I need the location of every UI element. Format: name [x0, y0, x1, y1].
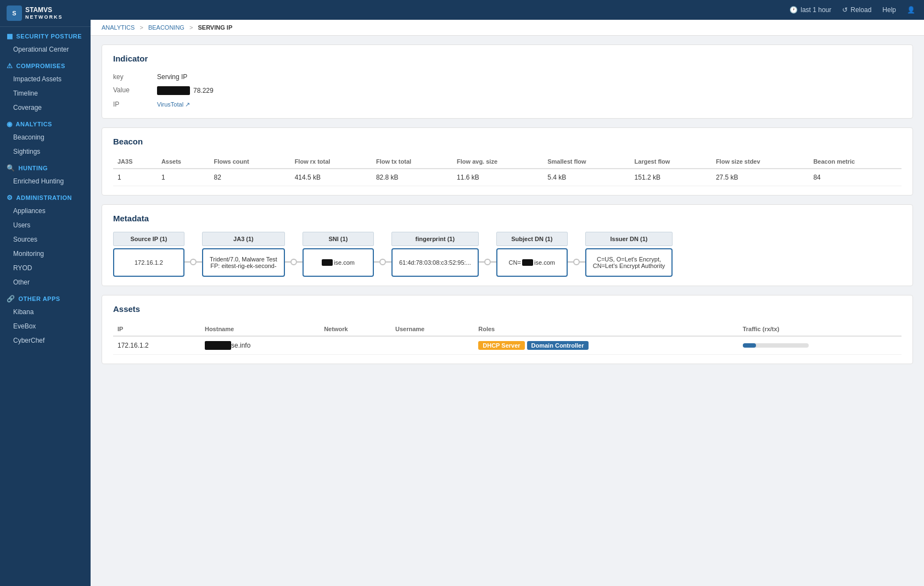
topbar: 🕐 last 1 hour ↺ Reload Help 👤	[91, 0, 924, 20]
sidebar-item-other[interactable]: Other	[0, 275, 91, 289]
section-icon: ⚠	[7, 62, 13, 70]
connector-line	[386, 261, 391, 263]
section-icon: ⚙	[7, 194, 13, 202]
metadata-title: Metadata	[113, 214, 901, 223]
sidebar-section-analytics: ◉ANALYTICS	[0, 115, 91, 130]
meta-header: Subject DN (1)	[496, 232, 568, 246]
beacon-title: Beacon	[113, 137, 901, 146]
meta-node-3: fingerprint (1)61:4d:78:03:08:c3:52:95:.…	[391, 232, 479, 277]
sidebar-item-monitoring[interactable]: Monitoring	[0, 247, 91, 261]
asset-ip[interactable]: 172.16.1.2	[113, 336, 200, 355]
main-content: ANALYTICS > BEACONING > SERVING IP Indic…	[91, 20, 924, 586]
col-roles: Roles	[474, 322, 738, 336]
section-title: OTHER APPS	[19, 295, 60, 302]
traffic-fill	[743, 343, 756, 348]
sidebar-item-sources[interactable]: Sources	[0, 232, 91, 247]
table-cell: 414.5 kB	[290, 169, 372, 186]
meta-header: Source IP (1)	[113, 232, 184, 246]
ind-ip-label: IP	[113, 99, 157, 109]
sidebar-item-sightings[interactable]: Sightings	[0, 144, 91, 159]
time-filter[interactable]: 🕐 last 1 hour	[789, 6, 831, 14]
section-title: ADMINISTRATION	[16, 194, 72, 201]
meta-node-1: JA3 (1)Trident/7.0, Malware Test FP: eit…	[202, 232, 285, 277]
section-icon: ▦	[7, 32, 13, 40]
col-hostname: Hostname	[200, 322, 320, 336]
meta-header: fingerprint (1)	[391, 232, 479, 246]
sidebar: S STAMVS NETWORKS ▦SECURITY POSTUREOpera…	[0, 0, 91, 586]
breadcrumb-current: SERVING IP	[198, 24, 232, 31]
meta-value: 172.16.1.2	[113, 248, 184, 277]
section-icon: 🔍	[7, 164, 15, 172]
sidebar-item-evebox[interactable]: EveBox	[0, 319, 91, 333]
col-assets: Assets	[157, 155, 210, 169]
asset-username	[391, 336, 474, 355]
sidebar-item-ryod[interactable]: RYOD	[0, 261, 91, 275]
beacon-card: Beacon JA3S Assets Flows count Flow rx t…	[102, 127, 913, 196]
sidebar-item-enriched-hunting[interactable]: Enriched Hunting	[0, 174, 91, 188]
table-cell: 82	[209, 169, 290, 186]
traffic-bar	[743, 343, 809, 348]
table-cell: 5.4 kB	[543, 169, 630, 186]
reload-button[interactable]: ↺ Reload	[842, 6, 871, 14]
breadcrumb-beaconing[interactable]: BEACONING	[148, 24, 184, 31]
sidebar-item-operational-center[interactable]: Operational Center	[0, 42, 91, 57]
ind-ip-value: VirusTotal ↗	[157, 99, 901, 109]
section-title: ANALYTICS	[16, 121, 52, 127]
sidebar-item-coverage[interactable]: Coverage	[0, 101, 91, 115]
connector-line	[374, 261, 379, 263]
virustotal-link[interactable]: VirusTotal ↗	[157, 101, 190, 108]
asset-network	[320, 336, 391, 355]
sidebar-item-appliances[interactable]: Appliances	[0, 204, 91, 218]
connector-line	[297, 261, 303, 263]
col-traffic: Traffic (rx/tx)	[738, 322, 901, 336]
asset-traffic	[738, 336, 901, 355]
section-icon: 🔗	[7, 295, 15, 303]
assets-card: Assets IP Hostname Network Username Role…	[102, 295, 913, 364]
table-cell: 27.5 kB	[712, 169, 809, 186]
asset-roles: DHCP ServerDomain Controller	[474, 336, 738, 355]
indicator-grid: key Serving IP Value 78.229 IP VirusTota…	[113, 72, 901, 109]
help-button[interactable]: Help	[882, 6, 896, 14]
sidebar-item-users[interactable]: Users	[0, 218, 91, 232]
col-ja3s: JA3S	[113, 155, 157, 169]
user-menu[interactable]: 👤	[907, 6, 915, 14]
col-ip: IP	[113, 322, 200, 336]
col-flow-rx: Flow rx total	[290, 155, 372, 169]
metadata-pipeline: Source IP (1)172.16.1.2 JA3 (1)Trident/7…	[113, 232, 901, 277]
connector-line	[285, 261, 290, 263]
redacted-value	[157, 86, 190, 95]
connector-line	[580, 261, 585, 263]
beacon-table: JA3S Assets Flows count Flow rx total Fl…	[113, 155, 901, 186]
col-largest: Largest flow	[630, 155, 712, 169]
connector-line	[479, 261, 484, 263]
sidebar-item-beaconing[interactable]: Beaconing	[0, 130, 91, 144]
connector-circle	[379, 259, 386, 265]
col-network: Network	[320, 322, 391, 336]
time-label: last 1 hour	[800, 6, 831, 14]
meta-connector	[184, 259, 202, 265]
indicator-title: Indicator	[113, 54, 901, 63]
logo: S STAMVS NETWORKS	[0, 0, 91, 27]
meta-connector	[479, 259, 496, 265]
sidebar-item-cyberchef[interactable]: CyberChef	[0, 333, 91, 348]
breadcrumb: ANALYTICS > BEACONING > SERVING IP	[91, 20, 924, 36]
col-flow-tx: Flow tx total	[372, 155, 452, 169]
sidebar-item-timeline[interactable]: Timeline	[0, 86, 91, 101]
connector-line	[568, 261, 573, 263]
breadcrumb-analytics[interactable]: ANALYTICS	[102, 24, 135, 31]
sidebar-section-compromises: ⚠COMPROMISES	[0, 57, 91, 72]
connector-circle	[484, 259, 491, 265]
meta-node-5: Issuer DN (1)C=US, O=Let's Encrypt, CN=L…	[585, 232, 673, 277]
col-flow-avg: Flow avg. size	[452, 155, 543, 169]
sidebar-item-impacted-assets[interactable]: Impacted Assets	[0, 72, 91, 86]
ip-suffix: 78.229	[193, 87, 214, 94]
meta-value: ise.com	[303, 248, 374, 277]
connector-line	[197, 261, 202, 263]
sidebar-item-kibana[interactable]: Kibana	[0, 305, 91, 319]
ind-value-label: Value	[113, 85, 157, 96]
section-title: COMPROMISES	[16, 63, 65, 69]
role-badge: Domain Controller	[527, 341, 589, 350]
table-cell: 11.6 kB	[452, 169, 543, 186]
metadata-card: Metadata Source IP (1)172.16.1.2 JA3 (1)…	[102, 204, 913, 286]
logo-icon: S	[7, 5, 22, 21]
